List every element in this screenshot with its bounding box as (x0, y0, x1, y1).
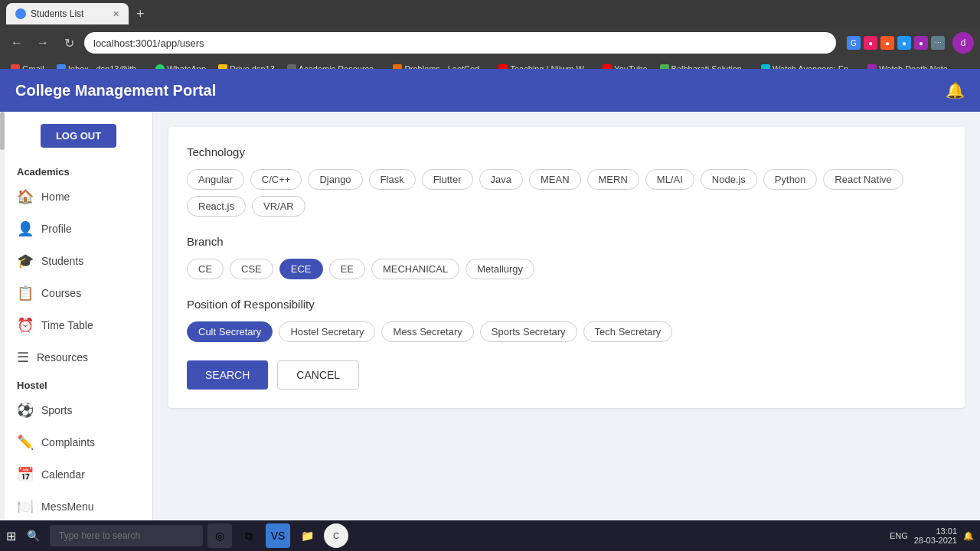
close-tab-button[interactable]: ✕ (113, 9, 119, 19)
reload-button[interactable]: ↻ (58, 32, 80, 54)
cancel-button[interactable]: CANCEL (277, 360, 359, 390)
timetable-icon: ⏰ (17, 317, 34, 334)
sidebar-timetable-label: Time Table (41, 319, 93, 331)
browser-toolbar-icons: G ● ● ● ● ⋯ (847, 36, 945, 50)
taskbar: ⊞ 🔍 ◎ ⧉ VS 📁 C ENG 13:01 28-03-2021 🔔 (0, 520, 980, 551)
taskbar-explorer-icon[interactable]: 📁 (295, 523, 319, 548)
hostel-section-label: Hostel (5, 373, 152, 394)
notification-bell-icon[interactable]: 🔔 (946, 81, 965, 99)
taskbar-vscode-icon[interactable]: VS (266, 523, 290, 548)
logout-area: LOG OUT (5, 112, 152, 160)
tech-tag-python[interactable]: Python (763, 169, 817, 190)
position-tag-cult-secretary[interactable]: Cult Secretary (187, 321, 273, 342)
filter-card: Technology AngularC/C++DjangoFlaskFlutte… (168, 127, 965, 408)
taskbar-cortana-icon[interactable]: ◎ (207, 523, 232, 548)
tech-tag-angular[interactable]: Angular (187, 169, 244, 190)
branch-tag-metallurgy[interactable]: Metallurgy (466, 259, 534, 279)
tech-tag-mean[interactable]: MEAN (529, 169, 581, 190)
sidebar-profile-label: Profile (41, 223, 72, 235)
taskbar-chrome-icon[interactable]: C (324, 523, 348, 548)
technology-filter-section: Technology AngularC/C++DjangoFlaskFlutte… (187, 145, 946, 217)
tech-tag-node-js[interactable]: Node.js (701, 169, 757, 190)
back-button[interactable]: ← (6, 32, 28, 54)
tech-tag-react-native[interactable]: React Native (823, 169, 903, 190)
tab-favicon (15, 8, 26, 19)
ext-icon-2: ● (880, 36, 894, 50)
new-tab-button[interactable]: + (132, 6, 149, 22)
app-body: LOG OUT Academics 🏠 Home 👤 Profile 🎓 Stu… (0, 112, 980, 551)
taskbar-search-icon[interactable]: 🔍 (21, 523, 45, 548)
branch-tag-mechanical[interactable]: MECHANICAL (371, 259, 459, 279)
url-text: localhost:3001/app/users (93, 37, 204, 49)
sidebar-complaints-label: Complaints (41, 436, 95, 448)
tech-tag-flutter[interactable]: Flutter (422, 169, 473, 190)
calendar-icon: 📅 (17, 466, 34, 483)
taskbar-language: ENG (890, 531, 908, 540)
taskbar-right: ENG 13:01 28-03-2021 🔔 (890, 527, 974, 545)
technology-filter-title: Technology (187, 145, 946, 158)
forward-button[interactable]: → (32, 32, 54, 54)
position-tag-mess-secretary[interactable]: Mess Secretary (381, 321, 473, 342)
sidebar-item-resources[interactable]: ☰ Resources (5, 341, 152, 373)
sidebar-students-label: Students (41, 255, 83, 267)
sidebar-item-timetable[interactable]: ⏰ Time Table (5, 309, 152, 341)
taskbar-search-input[interactable] (50, 525, 203, 546)
profile-icon: 👤 (17, 220, 34, 237)
tech-tag-c-c--[interactable]: C/C++ (250, 169, 302, 190)
branch-tags-container: CECSEECEEEMECHANICALMetallurgy (187, 259, 946, 279)
app-wrapper: College Management Portal 🔔 LOG OUT Acad… (0, 69, 980, 551)
sidebar-item-students[interactable]: 🎓 Students (5, 245, 152, 277)
tech-tag-ml-ai[interactable]: ML/AI (645, 169, 694, 190)
home-icon: 🏠 (17, 188, 34, 205)
tab-title: Students List (31, 8, 83, 19)
sidebar-item-messmenu[interactable]: 🍽️ MessMenu (5, 491, 152, 523)
sidebar-home-label: Home (41, 191, 70, 203)
branch-tag-ee[interactable]: EE (329, 259, 365, 279)
taskbar-taskview-icon[interactable]: ⧉ (237, 523, 261, 548)
position-tags-container: Cult SecretaryHostel SecretaryMess Secre… (187, 321, 946, 342)
start-button[interactable]: ⊞ (6, 529, 16, 543)
tech-tag-vr-ar[interactable]: VR/AR (252, 196, 305, 217)
tech-tag-mern[interactable]: MERN (587, 169, 639, 190)
sidebar-messmenu-label: MessMenu (41, 500, 93, 513)
search-button[interactable]: SEARCH (187, 360, 268, 390)
position-tag-hostel-secretary[interactable]: Hostel Secretary (279, 321, 375, 342)
tech-tag-react-js[interactable]: React.js (187, 196, 246, 217)
logout-button[interactable]: LOG OUT (41, 124, 116, 148)
technology-tags-container: AngularC/C++DjangoFlaskFlutterJavaMEANME… (187, 169, 946, 217)
tech-tag-java[interactable]: Java (479, 169, 523, 190)
app-header: College Management Portal 🔔 (0, 69, 980, 112)
resources-icon: ☰ (17, 349, 29, 366)
branch-filter-section: Branch CECSEECEEEMECHANICALMetallurgy (187, 235, 946, 279)
ext-icon-1: ● (864, 36, 877, 50)
address-bar[interactable]: localhost:3001/app/users (84, 32, 836, 54)
complaints-icon: ✏️ (17, 434, 34, 451)
sidebar-courses-label: Courses (41, 287, 81, 299)
sidebar: LOG OUT Academics 🏠 Home 👤 Profile 🎓 Stu… (0, 112, 153, 551)
sidebar-item-sports[interactable]: ⚽ Sports (5, 394, 152, 426)
sidebar-item-courses[interactable]: 📋 Courses (5, 277, 152, 309)
branch-filter-title: Branch (187, 235, 946, 248)
scrollbar-thumb[interactable] (0, 112, 5, 150)
sidebar-item-profile[interactable]: 👤 Profile (5, 213, 152, 245)
taskbar-time: 13:01 28-03-2021 (914, 527, 957, 545)
branch-tag-ece[interactable]: ECE (279, 259, 323, 279)
tech-tag-flask[interactable]: Flask (369, 169, 416, 190)
action-buttons: SEARCH CANCEL (187, 360, 946, 390)
browser-tab[interactable]: Students List ✕ (6, 3, 129, 24)
sidebar-item-home[interactable]: 🏠 Home (5, 181, 152, 213)
position-tag-tech-secretary[interactable]: Tech Secretary (583, 321, 673, 342)
scrollbar-track (0, 112, 5, 551)
sidebar-item-complaints[interactable]: ✏️ Complaints (5, 426, 152, 458)
chrome-icon: G (847, 36, 861, 50)
ext-icon-3: ● (897, 36, 911, 50)
branch-tag-cse[interactable]: CSE (230, 259, 273, 279)
user-avatar[interactable]: d (952, 32, 974, 54)
branch-tag-ce[interactable]: CE (187, 259, 224, 279)
tech-tag-django[interactable]: Django (308, 169, 362, 190)
sidebar-item-calendar[interactable]: 📅 Calendar (5, 458, 152, 491)
taskbar-notification-icon[interactable]: 🔔 (963, 531, 974, 541)
position-tag-sports-secretary[interactable]: Sports Secretary (480, 321, 577, 342)
students-icon: 🎓 (17, 253, 34, 269)
messmenu-icon: 🍽️ (17, 498, 34, 515)
